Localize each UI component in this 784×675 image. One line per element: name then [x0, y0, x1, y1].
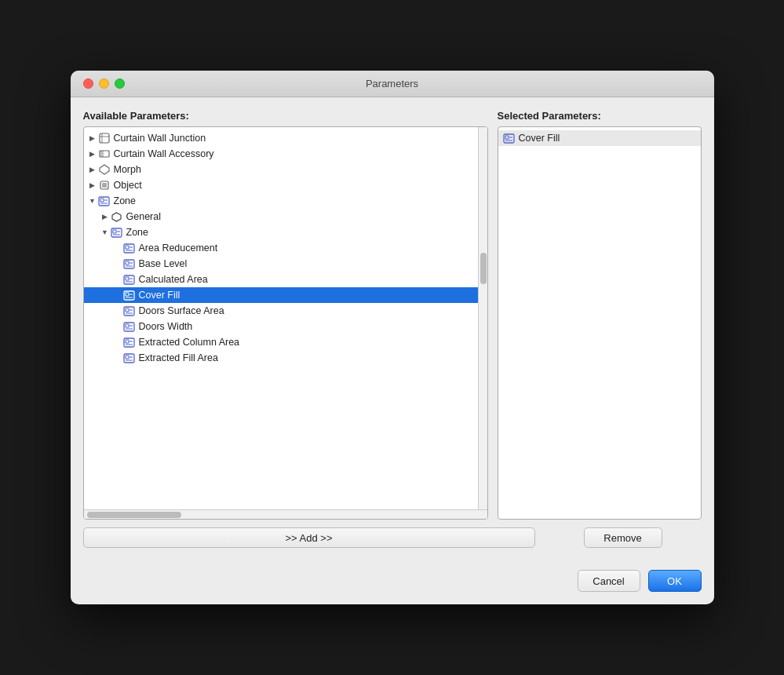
- label-morph: Morph: [114, 164, 141, 175]
- svg-rect-43: [126, 340, 129, 343]
- icon-extracted-column-area: [123, 336, 136, 348]
- selected-parameters-tree: Cover Fill: [498, 126, 702, 520]
- icon-doors-surface-area: [123, 305, 136, 317]
- right-panel-label: Selected Parameters:: [498, 110, 702, 122]
- add-btn-container: >> Add >>: [83, 527, 535, 548]
- svg-marker-6: [100, 165, 109, 174]
- icon-morph: [98, 163, 111, 176]
- icon-calculated-area: [123, 273, 136, 286]
- label-curtain-wall-junction: Curtain Wall Junction: [114, 133, 206, 144]
- right-tree-inner: Cover Fill: [498, 127, 701, 519]
- label-extracted-column-area: Extracted Column Area: [139, 337, 240, 348]
- icon-selected-cover-fill: [503, 132, 516, 144]
- label-doors-width: Doors Width: [139, 321, 193, 332]
- tree-scroll[interactable]: Curtain Wall Junction Curtain Wall Acces…: [84, 127, 478, 509]
- available-parameters-tree: Curtain Wall Junction Curtain Wall Acces…: [83, 126, 488, 520]
- maximize-button[interactable]: [115, 78, 125, 89]
- selected-item-cover-fill[interactable]: Cover Fill: [498, 130, 701, 146]
- panels-row: Available Parameters: Curtain Wall Junct…: [83, 110, 702, 520]
- svg-rect-27: [126, 277, 129, 280]
- icon-doors-width: [123, 320, 136, 333]
- tree-item-calculated-area[interactable]: Calculated Area: [84, 272, 478, 287]
- svg-rect-15: [113, 230, 116, 233]
- traffic-lights: [83, 78, 125, 89]
- arrow-zone-root: [87, 195, 98, 206]
- svg-rect-8: [102, 183, 107, 188]
- label-area-reducement: Area Reducement: [139, 243, 218, 254]
- label-cover-fill: Cover Fill: [139, 290, 181, 301]
- tree-item-morph[interactable]: Morph: [84, 162, 478, 177]
- tree-item-curtain-wall-accessory[interactable]: Curtain Wall Accessory: [84, 146, 478, 162]
- arrow-doors-width: [112, 321, 123, 332]
- h-scroll-thumb[interactable]: [87, 512, 181, 518]
- arrow-object: [87, 180, 98, 191]
- svg-rect-47: [126, 356, 129, 359]
- tree-item-general[interactable]: General: [84, 209, 478, 224]
- tree-item-extracted-column-area[interactable]: Extracted Column Area: [84, 334, 478, 350]
- tree-item-object[interactable]: Object: [84, 177, 478, 193]
- arrow-curtain-wall-junction: [87, 133, 98, 144]
- label-calculated-area: Calculated Area: [139, 274, 208, 285]
- minimize-button[interactable]: [99, 78, 109, 89]
- label-general: General: [126, 211, 161, 222]
- ok-button[interactable]: OK: [648, 570, 702, 592]
- bottom-controls: >> Add >> Remove: [83, 527, 702, 548]
- close-button[interactable]: [83, 78, 93, 89]
- cancel-button[interactable]: Cancel: [578, 570, 640, 592]
- dialog-footer: Cancel OK: [71, 560, 714, 604]
- add-button[interactable]: >> Add >>: [83, 527, 535, 548]
- svg-rect-19: [126, 246, 129, 249]
- label-object: Object: [114, 180, 142, 191]
- label-doors-surface-area: Doors Surface Area: [139, 305, 224, 316]
- arrow-cover-fill: [112, 290, 123, 301]
- parameters-dialog: Parameters Available Parameters:: [71, 71, 714, 604]
- right-panel: Selected Parameters: Cover Fill: [498, 110, 702, 520]
- icon-object: [98, 179, 111, 192]
- label-curtain-wall-accessory: Curtain Wall Accessory: [114, 148, 214, 159]
- tree-item-area-reducement[interactable]: Area Reducement: [84, 240, 478, 256]
- label-selected-cover-fill: Cover Fill: [519, 133, 560, 144]
- icon-zone-root: [98, 195, 111, 207]
- label-zone-sub: Zone: [126, 227, 149, 238]
- tree-item-cover-fill[interactable]: Cover Fill: [84, 287, 478, 303]
- svg-marker-13: [112, 213, 121, 221]
- title-bar: Parameters: [71, 71, 714, 97]
- scrollbar-thumb[interactable]: [480, 253, 487, 284]
- left-panel-label: Available Parameters:: [83, 110, 488, 122]
- tree-inner: Curtain Wall Junction Curtain Wall Acces…: [84, 127, 487, 509]
- icon-base-level: [123, 257, 136, 270]
- horizontal-scrollbar[interactable]: [84, 509, 487, 519]
- arrow-area-reducement: [112, 243, 123, 254]
- remove-button[interactable]: Remove: [584, 527, 662, 548]
- icon-cover-fill: [123, 289, 136, 301]
- arrow-doors-surface-area: [112, 305, 123, 316]
- label-extracted-fill-area: Extracted Fill Area: [139, 352, 218, 363]
- icon-zone-sub: [111, 226, 123, 239]
- svg-rect-51: [505, 136, 509, 139]
- tree-item-zone-root[interactable]: Zone: [84, 193, 478, 209]
- arrow-calculated-area: [112, 274, 123, 285]
- tree-item-doors-surface-area[interactable]: Doors Surface Area: [84, 303, 478, 319]
- tree-item-doors-width[interactable]: Doors Width: [84, 319, 478, 334]
- label-base-level: Base Level: [139, 258, 188, 269]
- icon-extracted-fill-area: [123, 352, 136, 364]
- svg-rect-31: [126, 293, 129, 296]
- tree-item-base-level[interactable]: Base Level: [84, 256, 478, 272]
- right-tree-scroll[interactable]: Cover Fill: [498, 127, 701, 519]
- tree-item-curtain-wall-junction[interactable]: Curtain Wall Junction: [84, 130, 478, 146]
- svg-rect-10: [100, 199, 104, 202]
- arrow-morph: [87, 164, 98, 175]
- arrow-extracted-column-area: [112, 337, 123, 348]
- vertical-scrollbar[interactable]: [478, 127, 487, 509]
- icon-area-reducement: [123, 242, 136, 254]
- svg-rect-35: [126, 308, 129, 312]
- arrow-general: [100, 211, 111, 222]
- tree-item-zone-sub[interactable]: Zone: [84, 224, 478, 240]
- remove-btn-container: Remove: [545, 527, 702, 548]
- arrow-curtain-wall-accessory: [87, 148, 98, 159]
- tree-item-extracted-fill-area[interactable]: Extracted Fill Area: [84, 350, 478, 366]
- svg-rect-39: [126, 324, 129, 327]
- dialog-body: Available Parameters: Curtain Wall Junct…: [71, 97, 714, 560]
- label-zone-root: Zone: [114, 195, 137, 206]
- svg-rect-23: [126, 261, 129, 265]
